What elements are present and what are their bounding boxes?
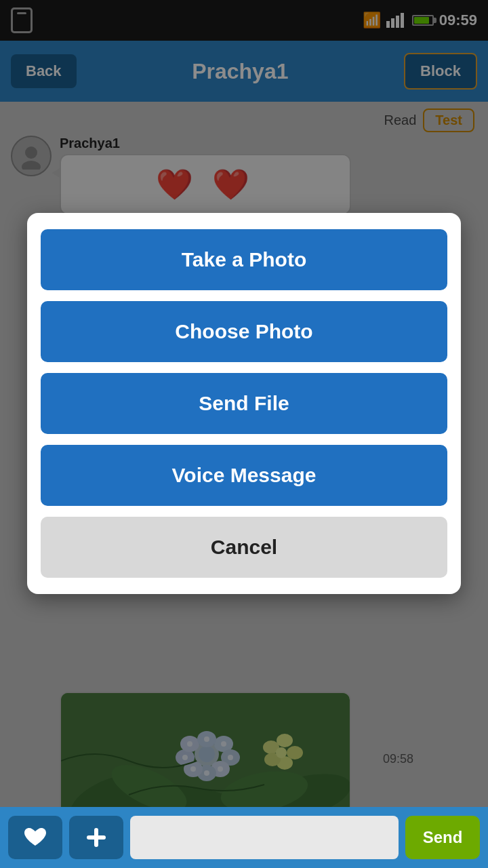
heart-button[interactable]	[8, 816, 62, 859]
action-modal: Take a Photo Choose Photo Send File Voic…	[27, 213, 461, 594]
plus-icon	[84, 825, 108, 850]
cancel-button[interactable]: Cancel	[41, 517, 447, 578]
voice-message-button[interactable]: Voice Message	[41, 445, 447, 506]
heart-icon	[23, 827, 47, 848]
take-photo-button[interactable]: Take a Photo	[41, 229, 447, 290]
message-input[interactable]	[130, 816, 399, 859]
send-file-button[interactable]: Send File	[41, 373, 447, 434]
send-button[interactable]: Send	[405, 816, 480, 859]
bottom-bar: Send	[0, 807, 488, 868]
plus-button[interactable]	[69, 816, 123, 859]
choose-photo-button[interactable]: Choose Photo	[41, 301, 447, 362]
modal-overlay: Take a Photo Choose Photo Send File Voic…	[0, 0, 488, 807]
svg-rect-37	[87, 835, 106, 840]
